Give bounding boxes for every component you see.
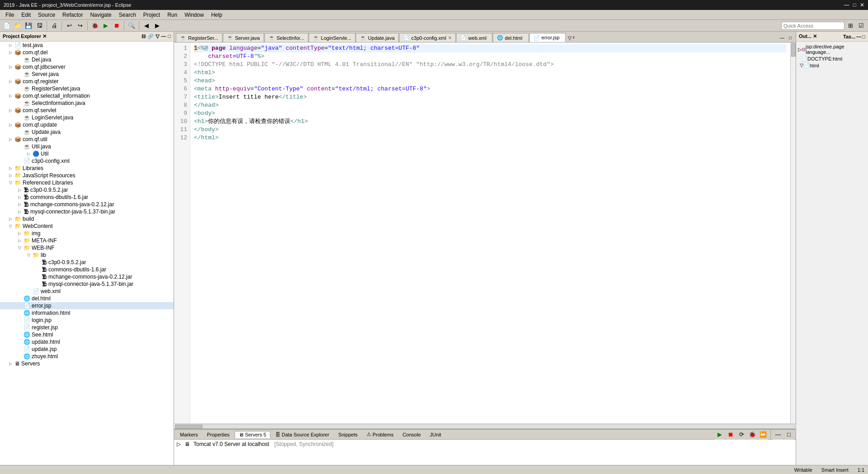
tree-item-util-java[interactable]: ☕ Util.java	[0, 143, 174, 150]
tab-registerser[interactable]: ☕ RegisterSer...	[176, 33, 222, 42]
toolbar-back[interactable]: ◀	[142, 21, 151, 31]
outline-task-btn[interactable]: Tas...	[843, 34, 855, 39]
menu-file[interactable]: File	[2, 11, 18, 19]
menu-edit[interactable]: Edit	[18, 11, 34, 19]
tree-item-test-java[interactable]: ▷ 📄 test.java	[0, 42, 174, 49]
menu-source[interactable]: Source	[34, 11, 59, 19]
minimize-bottom-btn[interactable]: —	[773, 430, 783, 440]
toolbar-print[interactable]: 🖨	[49, 21, 59, 31]
bottom-tab-properties[interactable]: Properties	[203, 431, 234, 438]
bottom-tab-console[interactable]: Console	[398, 431, 425, 438]
tree-item-com-qf-util[interactable]: ▷ 📦 com.qf.util	[0, 136, 174, 143]
tree-item-del-html[interactable]: 🌐 del.html	[0, 295, 174, 302]
bottom-tab-problems[interactable]: ⚠ Problems	[363, 431, 397, 438]
toolbar-stop[interactable]: ⏹	[112, 21, 122, 31]
tab-loginservle[interactable]: ☕ LoginServle...	[309, 33, 355, 42]
tree-item-selectinformation-java[interactable]: ☕ SelectInformation.java	[0, 100, 174, 107]
maximize-bottom-btn[interactable]: □	[784, 430, 794, 440]
toolbar-search[interactable]: 🔍	[127, 21, 137, 31]
editor-maximize[interactable]: □	[787, 34, 794, 41]
close-button[interactable]: ✕	[860, 2, 864, 8]
server-debug-btn[interactable]: 🐞	[747, 430, 757, 440]
tree-item-lib-mysql-jar[interactable]: 🗜 mysql-connector-java-5.1.37-bin.jar	[0, 280, 174, 288]
toolbar-forward[interactable]: ▶	[152, 21, 162, 31]
bottom-tab-snippets[interactable]: Snippets	[334, 431, 362, 438]
toolbar-save-all[interactable]: 🖫	[34, 21, 44, 31]
menu-navigate[interactable]: Navigate	[86, 11, 115, 19]
toolbar-new[interactable]: 📄	[2, 21, 12, 31]
menu-run[interactable]: Run	[164, 11, 181, 19]
toolbar-tasks[interactable]: ☑	[856, 21, 866, 31]
tree-item-c3p0-config[interactable]: 📄 c3p0-config.xml	[0, 157, 174, 165]
tree-item-update-html[interactable]: 🌐 update.html	[0, 338, 174, 346]
tree-item-lib-commons-jar[interactable]: 🗜 commons-dbutils-1.6.jar	[0, 266, 174, 273]
tree-item-mysql-jar[interactable]: ▷ 🗜 mysql-connector-java-5.1.37-bin.jar	[0, 208, 174, 215]
tree-item-error-jsp[interactable]: 📄 error.jsp	[0, 302, 174, 309]
outline-maximize[interactable]: □	[862, 34, 865, 39]
tree-item-referenced-libs[interactable]: ▽ 📁 Referenced Libraries	[0, 179, 174, 186]
scrollbar-thumb[interactable]	[791, 43, 796, 57]
server-entry-tomcat[interactable]: ▷ 🖥 Tomcat v7.0 Server at localhost [Sto…	[174, 440, 796, 449]
link-editor-button[interactable]: 🔗	[147, 33, 154, 39]
bottom-tab-markers[interactable]: Markers	[176, 431, 202, 438]
tree-item-del-java[interactable]: ☕ Del.java	[0, 56, 174, 63]
tree-item-webcontent[interactable]: ▽ 📁 WebContent	[0, 223, 174, 230]
tree-item-lib-c3p0-jar[interactable]: 🗜 c3p0-0.9.5.2.jar	[0, 259, 174, 266]
tree-item-see-html[interactable]: 🌐 See.html	[0, 331, 174, 338]
panel-menu-button[interactable]: ▽	[156, 33, 159, 39]
horizontal-scrollbar[interactable]	[174, 423, 796, 429]
menu-window[interactable]: Window	[181, 11, 208, 19]
scroll-thumb[interactable]	[175, 425, 203, 428]
tab-web-xml[interactable]: 📄 web.xml	[456, 33, 492, 42]
tree-item-web-inf[interactable]: ▽ 📁 WEB-INF	[0, 244, 174, 251]
menu-search[interactable]: Search	[115, 11, 140, 19]
tab-del-html[interactable]: 🌐 del.html	[493, 33, 529, 42]
toolbar-perspective[interactable]: ⊞	[845, 21, 855, 31]
outline-item-doctype[interactable]: 📄 DOCTYPE:html	[798, 55, 866, 62]
tree-item-build[interactable]: ▷ 📁 build	[0, 215, 174, 223]
collapse-all-button[interactable]: ⊟	[142, 33, 146, 39]
tree-item-server-java[interactable]: ☕ Server.java	[0, 71, 174, 78]
tree-item-com-qf-jdbcserver[interactable]: ▷ 📦 com.qf.jdbcserver	[0, 63, 174, 71]
tree-item-servers[interactable]: ▷ 🖥 Servers	[0, 360, 174, 367]
tab-close-c3p0[interactable]: ✕	[448, 35, 452, 40]
tree-item-libraries[interactable]: ▷ 📁 Libraries	[0, 165, 174, 172]
toolbar-open[interactable]: 📁	[13, 21, 23, 31]
minimize-button[interactable]: —	[844, 2, 849, 8]
tree-item-update-java[interactable]: ☕ Update.java	[0, 128, 174, 136]
tree-item-login-jsp[interactable]: 📄 login.jsp	[0, 317, 174, 324]
menu-help[interactable]: Help	[208, 11, 226, 19]
tab-c3p0-config[interactable]: 📄 c3p0-config.xml ✕	[399, 33, 456, 42]
tree-item-lib-mchange-jar[interactable]: 🗜 mchange-commons-java-0.2.12.jar	[0, 273, 174, 280]
tree-item-com-qf-register[interactable]: ▷ 📦 com.qf.register	[0, 78, 174, 85]
tree-item-mchange-jar[interactable]: ▷ 🗜 mchange-commons-java-0.2.12.jar	[0, 201, 174, 208]
code-editor[interactable]: 1<%@ page language="java" contentType="t…	[190, 43, 790, 423]
server-run-btn[interactable]: ▶	[715, 430, 725, 440]
tree-item-com-qf-servlet[interactable]: ▷ 📦 com.qf.servlet	[0, 107, 174, 114]
tab-update-java[interactable]: ☕ Update.java	[356, 33, 399, 42]
tree-item-commons-dbutils-jar[interactable]: ▷ 🗜 commons-dbutils-1.6.jar	[0, 194, 174, 201]
toolbar-redo[interactable]: ↪	[75, 21, 85, 31]
outline-minimize[interactable]: —	[856, 34, 861, 39]
tree-item-web-xml[interactable]: 📄 web.xml	[0, 288, 174, 295]
tree-item-zhuye-html[interactable]: 🌐 zhuye.html	[0, 353, 174, 360]
outline-item-directive[interactable]: ▷ ⊙ jsp:directive.page language...	[798, 43, 866, 55]
tree-item-com-qf-update[interactable]: ▷ 📦 com.qf.update	[0, 121, 174, 128]
quick-access-input[interactable]	[781, 22, 844, 30]
tree-item-com-qf-selectall[interactable]: ▷ 📦 com.qf.selectall_information	[0, 92, 174, 100]
vertical-scrollbar[interactable]	[790, 43, 796, 423]
tree-item-img[interactable]: ▷ 📁 img	[0, 230, 174, 237]
server-publish-btn[interactable]: ⏩	[758, 430, 768, 440]
minimize-panel-button[interactable]: —	[161, 33, 166, 39]
tab-error-jsp[interactable]: 📄 error.jsp	[529, 33, 566, 42]
toolbar-run[interactable]: ▶	[101, 21, 111, 31]
tree-item-update-jsp[interactable]: 📄 update.jsp	[0, 346, 174, 353]
toolbar-debug[interactable]: 🐞	[90, 21, 100, 31]
tree-item-information-html[interactable]: 🌐 information.html	[0, 309, 174, 317]
tree-item-meta-inf[interactable]: ▷ 📁 META-INF	[0, 237, 174, 244]
tree-item-js-resources[interactable]: ▷ 📁 JavaScript Resources	[0, 172, 174, 179]
server-stop-btn[interactable]: ⏹	[726, 430, 736, 440]
toolbar-undo[interactable]: ↩	[64, 21, 74, 31]
bottom-tab-junit[interactable]: JUnit	[426, 431, 445, 438]
bottom-tab-servers[interactable]: 🖥 Servers 5	[235, 431, 270, 438]
